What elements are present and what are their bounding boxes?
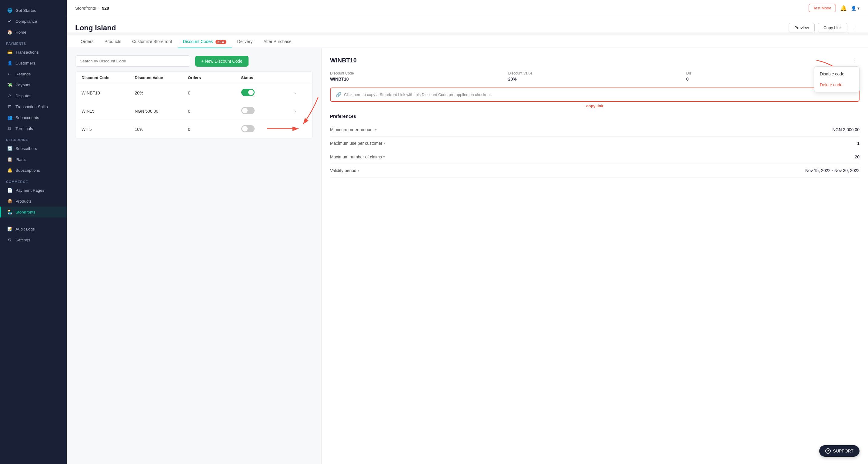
info-code-cell: Discount Code WINBT10 xyxy=(330,71,503,81)
breadcrumb-child: 928 xyxy=(102,6,109,10)
sidebar-label: Compliance xyxy=(16,19,37,24)
tab-orders[interactable]: Orders xyxy=(75,35,99,48)
warning-icon: ⚠ xyxy=(7,93,12,98)
support-button[interactable]: ? SUPPORT xyxy=(819,445,860,457)
store-icon: 🏪 xyxy=(7,209,12,214)
content-area: + New Discount Code Discount Code Discou… xyxy=(67,48,868,464)
sidebar-item-settings[interactable]: ⚙ Settings xyxy=(0,234,67,245)
sidebar-item-transaction-splits[interactable]: ⊡ Transaction Splits xyxy=(0,101,67,112)
sidebar-label: Home xyxy=(16,30,26,35)
split-icon: ⊡ xyxy=(7,104,12,109)
section-payments: PAYMENTS xyxy=(0,38,67,47)
table-row[interactable]: WIN15 NGN 500.00 0 › xyxy=(75,102,312,120)
pref-validity: Validity period ▾ Nov 15, 2022 - Nov 30,… xyxy=(330,164,860,177)
page-more-button[interactable]: ⋮ xyxy=(850,23,860,32)
sidebar-item-subaccounts[interactable]: 👥 Subaccounts xyxy=(0,112,67,123)
pref-label: Validity period ▾ xyxy=(330,168,360,173)
page-title: Long Island xyxy=(75,24,116,32)
new-discount-button[interactable]: + New Discount Code xyxy=(195,56,249,67)
copy-link-button[interactable]: Copy Link xyxy=(818,23,847,32)
row-chevron: › xyxy=(294,90,306,96)
copy-link-box[interactable]: 🔗 Click here to copy a Storefront Link w… xyxy=(330,88,860,102)
sidebar-item-storefronts[interactable]: 🏪 Storefronts xyxy=(0,206,67,218)
sidebar-item-subscriptions[interactable]: 🔔 Subscriptions xyxy=(0,165,67,176)
toggle-winbt10[interactable] xyxy=(241,89,255,96)
preview-button[interactable]: Preview xyxy=(788,23,815,32)
toggle-win15[interactable] xyxy=(241,107,255,114)
search-input[interactable] xyxy=(75,56,190,67)
page-icon: 📄 xyxy=(7,188,12,193)
pref-chevron: ▾ xyxy=(375,128,377,132)
row-value: NGN 500.00 xyxy=(135,109,188,113)
section-recurring: RECURRING xyxy=(0,134,67,143)
terminal-icon: 🖥 xyxy=(7,126,12,131)
sidebar-item-plans[interactable]: 📋 Plans xyxy=(0,154,67,165)
copy-link-text: copy link xyxy=(330,104,860,108)
table-row[interactable]: WIT5 10% 0 › xyxy=(75,120,312,138)
sidebar-item-subscribers[interactable]: 🔄 Subscribers xyxy=(0,143,67,154)
sidebar-item-refunds[interactable]: ↩ Refunds xyxy=(0,68,67,79)
tab-customize[interactable]: Customize Storefront xyxy=(127,35,178,48)
detail-more-button[interactable]: ⋮ xyxy=(848,56,860,65)
row-code: WIN15 xyxy=(82,109,135,113)
sidebar-item-home[interactable]: 🏠 Home xyxy=(0,27,67,38)
pref-min-order: Minimum order amount ▾ NGN 2,000.00 xyxy=(330,123,860,137)
sidebar-label: Subscriptions xyxy=(16,168,40,173)
tab-products[interactable]: Products xyxy=(99,35,127,48)
row-orders: 0 xyxy=(188,109,241,113)
info-value-label: Discount Value xyxy=(508,71,682,75)
sidebar-item-disputes[interactable]: ⚠ Disputes xyxy=(0,90,67,101)
col-orders: Orders xyxy=(188,75,241,80)
row-value: 10% xyxy=(135,127,188,132)
row-orders: 0 xyxy=(188,127,241,132)
pref-chevron: ▾ xyxy=(384,141,385,145)
search-input-wrap xyxy=(75,56,190,67)
pref-value: Nov 15, 2022 - Nov 30, 2022 xyxy=(805,168,860,173)
avatar-button[interactable]: 👤 ▾ xyxy=(851,6,860,10)
home-icon: 🏠 xyxy=(7,30,12,35)
log-icon: 📝 xyxy=(7,227,12,231)
table-row[interactable]: WINBT10 20% 0 › xyxy=(75,84,312,102)
support-icon: ? xyxy=(825,448,831,454)
breadcrumb-parent[interactable]: Storefronts xyxy=(75,6,96,10)
notification-icon[interactable]: 🔔 xyxy=(840,5,847,11)
row-value: 20% xyxy=(135,91,188,95)
pref-label: Maximum use per customer ▾ xyxy=(330,141,385,146)
avatar-icon: 👤 xyxy=(851,6,856,10)
pref-value: 1 xyxy=(857,141,860,146)
tab-after-purchase[interactable]: After Purchase xyxy=(258,35,297,48)
sidebar-item-compliance[interactable]: ✔ Compliance xyxy=(0,16,67,27)
info-code-label: Discount Code xyxy=(330,71,503,75)
sidebar-item-payment-pages[interactable]: 📄 Payment Pages xyxy=(0,185,67,196)
test-mode-button[interactable]: Test Mode xyxy=(809,4,836,12)
breadcrumb-separator: › xyxy=(98,6,99,10)
sidebar-item-transactions[interactable]: 💳 Transactions xyxy=(0,47,67,58)
sidebar-label: Disputes xyxy=(16,94,32,98)
sidebar-item-get-started[interactable]: 🌐 Get Started xyxy=(0,5,67,16)
row-code: WINBT10 xyxy=(82,91,135,95)
pref-chevron: ▾ xyxy=(358,168,360,173)
sidebar-item-payouts[interactable]: 💸 Payouts xyxy=(0,79,67,90)
info-value-cell: Discount Value 20% xyxy=(508,71,682,81)
topbar-right: Test Mode 🔔 👤 ▾ xyxy=(809,4,860,12)
sidebar-label: Subaccounts xyxy=(16,115,39,120)
tab-delivery[interactable]: Delivery xyxy=(232,35,258,48)
pref-max-use: Maximum use per customer ▾ 1 xyxy=(330,137,860,150)
payout-icon: 💸 xyxy=(7,82,12,87)
sidebar-item-audit-logs[interactable]: 📝 Audit Logs xyxy=(0,224,67,234)
pref-value: NGN 2,000.00 xyxy=(833,127,860,132)
sidebar-item-customers[interactable]: 👤 Customers xyxy=(0,58,67,68)
tab-discount-codes[interactable]: Discount Codes NEW xyxy=(178,35,232,48)
sidebar-item-products[interactable]: 📦 Products xyxy=(0,196,67,206)
disable-code-item[interactable]: Disable code xyxy=(814,68,859,79)
delete-code-item[interactable]: Delete code xyxy=(814,79,859,90)
sidebar-item-terminals[interactable]: 🖥 Terminals xyxy=(0,123,67,134)
sidebar-label: Subscribers xyxy=(16,146,37,151)
user-icon: 👤 xyxy=(7,61,12,65)
sidebar-label: Refunds xyxy=(16,72,31,76)
sidebar-label: Get Started xyxy=(16,8,36,13)
table-header: Discount Code Discount Value Orders Stat… xyxy=(75,72,312,84)
card-icon: 💳 xyxy=(7,50,12,55)
toggle-wit5[interactable] xyxy=(241,125,255,132)
check-icon: ✔ xyxy=(7,19,12,24)
